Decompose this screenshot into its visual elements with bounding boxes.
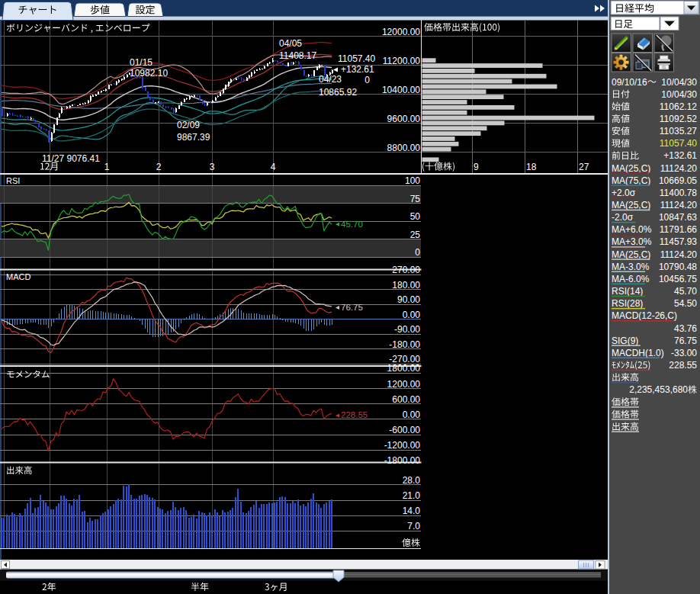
svg-text:11062.12: 11062.12 [660, 101, 697, 112]
svg-text:11/27 9076.41: 11/27 9076.41 [42, 153, 100, 164]
svg-text:+132.61: +132.61 [663, 150, 697, 161]
svg-text:10847.63: 10847.63 [659, 212, 697, 223]
svg-text:01: 01 [662, 66, 666, 69]
svg-text:45.70: 45.70 [674, 286, 697, 297]
svg-text:RSI: RSI [6, 176, 20, 185]
svg-text:01/15: 01/15 [130, 57, 153, 68]
svg-text:14.0: 14.0 [403, 506, 421, 516]
svg-text:MACDH(1.0): MACDH(1.0) [612, 348, 664, 358]
svg-text:0.00: 0.00 [403, 310, 421, 320]
svg-text:228.55: 228.55 [669, 360, 697, 371]
svg-text:11057.40: 11057.40 [338, 53, 375, 64]
svg-text:+2.0σ: +2.0σ [612, 188, 636, 198]
svg-text:11791.66: 11791.66 [660, 224, 697, 235]
svg-text:7.0: 7.0 [407, 521, 420, 531]
svg-text:MACD(12-26,C): MACD(12-26,C) [612, 310, 677, 321]
svg-text:2: 2 [156, 162, 162, 172]
svg-text:54.50: 54.50 [674, 298, 697, 309]
svg-text:3: 3 [210, 162, 215, 172]
svg-text:MA-6.0%: MA-6.0% [612, 274, 650, 284]
svg-text:11408.17: 11408.17 [279, 50, 316, 61]
svg-text:0.00: 0.00 [403, 409, 421, 420]
svg-text:SIG(9): SIG(9) [612, 336, 638, 346]
svg-text:10790.48: 10790.48 [659, 262, 697, 272]
svg-text:10/04/30: 10/04/30 [661, 77, 697, 88]
svg-text:100: 100 [405, 175, 420, 186]
svg-text:76.75: 76.75 [674, 336, 697, 346]
svg-text:9: 9 [474, 162, 479, 172]
svg-text:270.00: 270.00 [392, 265, 420, 275]
svg-text:10/04/30: 10/04/30 [661, 89, 697, 100]
svg-text:MA(25,C): MA(25,C) [612, 249, 650, 260]
svg-text:27: 27 [579, 162, 589, 172]
svg-text:RSI(28): RSI(28) [612, 298, 643, 309]
svg-text:1200.00: 1200.00 [387, 379, 421, 390]
svg-text:12000.00: 12000.00 [382, 27, 420, 37]
svg-text:9600.00: 9600.00 [387, 114, 421, 124]
svg-text:1: 1 [104, 162, 110, 172]
svg-text:04/05: 04/05 [279, 38, 302, 49]
svg-text:-1800.00: -1800.00 [384, 455, 421, 466]
svg-text:228.55: 228.55 [341, 410, 368, 419]
svg-text:10456.75: 10456.75 [659, 274, 697, 284]
svg-text:76.75: 76.75 [341, 303, 363, 312]
svg-text:21.0: 21.0 [403, 490, 421, 501]
svg-text:10669.05: 10669.05 [659, 175, 697, 186]
svg-text:02/09: 02/09 [177, 120, 200, 130]
svg-text:09/10/16: 09/10/16 [612, 77, 647, 88]
svg-text:-2.0σ: -2.0σ [612, 212, 634, 223]
svg-text:MACD: MACD [6, 272, 31, 281]
svg-text:600.00: 600.00 [392, 394, 420, 405]
svg-text:90.00: 90.00 [397, 294, 420, 305]
svg-text:4: 4 [271, 162, 276, 172]
svg-text:10865.92: 10865.92 [319, 87, 357, 98]
svg-text:11200.00: 11200.00 [383, 56, 420, 66]
svg-text:MA+3.0%: MA+3.0% [612, 236, 652, 247]
svg-text:-33.00: -33.00 [671, 348, 697, 358]
svg-text:+132.61: +132.61 [341, 64, 374, 75]
svg-text:10400.00: 10400.00 [382, 85, 420, 95]
svg-text:18: 18 [526, 162, 537, 172]
svg-text:0: 0 [364, 75, 370, 85]
svg-text:MA-3.0%: MA-3.0% [612, 262, 650, 272]
svg-text:11092.52: 11092.52 [660, 114, 697, 124]
svg-text:28.0: 28.0 [403, 475, 421, 486]
svg-text:45.70: 45.70 [341, 220, 363, 229]
svg-text:-600.00: -600.00 [389, 425, 420, 435]
svg-text:180.00: 180.00 [392, 280, 420, 291]
svg-text:-90.00: -90.00 [394, 324, 420, 335]
svg-text:11124.20: 11124.20 [660, 163, 698, 174]
svg-text:11457.93: 11457.93 [660, 236, 697, 247]
svg-text:11035.27: 11035.27 [660, 126, 697, 136]
svg-text:11124.20: 11124.20 [660, 249, 698, 260]
svg-text:43.76: 43.76 [674, 323, 697, 334]
svg-text:10982.10: 10982.10 [130, 68, 168, 79]
svg-text:1800.00: 1800.00 [387, 363, 421, 374]
svg-text:11400.78: 11400.78 [660, 188, 697, 198]
svg-text:25: 25 [410, 230, 421, 240]
svg-text:-180.00: -180.00 [389, 339, 420, 350]
svg-text:-1200.00: -1200.00 [384, 440, 421, 451]
svg-text:04/23: 04/23 [319, 74, 342, 85]
svg-text:MA(25,C): MA(25,C) [612, 200, 650, 210]
svg-text:MA(75,C): MA(75,C) [612, 175, 650, 186]
svg-text:9867.39: 9867.39 [177, 132, 210, 143]
svg-text:75: 75 [410, 194, 421, 204]
svg-text:50: 50 [410, 211, 421, 222]
svg-text:8800.00: 8800.00 [387, 143, 421, 153]
svg-text:2,235,453,680: 2,235,453,680 [629, 384, 688, 395]
svg-text:11124.20: 11124.20 [660, 200, 698, 210]
svg-text:RSI(14): RSI(14) [612, 286, 643, 297]
svg-text:0: 0 [415, 247, 420, 258]
svg-text:11057.40: 11057.40 [660, 138, 697, 149]
svg-text:MA+6.0%: MA+6.0% [612, 224, 652, 235]
svg-text:MA(25,C): MA(25,C) [612, 163, 650, 174]
